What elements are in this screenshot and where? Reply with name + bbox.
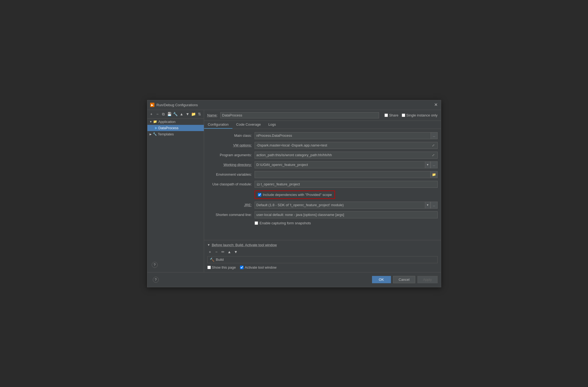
before-launch-remove-button[interactable]: − <box>214 249 219 255</box>
tab-logs[interactable]: Logs <box>265 121 280 129</box>
vm-options-expand-button[interactable]: ⤢ <box>431 143 436 148</box>
shorten-cmd-input-group: user-local default: none - java [options… <box>255 211 438 218</box>
before-launch-header-text: Before launch: Build, Activate tool wind… <box>212 243 277 247</box>
working-dir-label: Working directory: <box>207 163 252 167</box>
classpath-dropdown[interactable]: 🗂 t_openrc_feature_project <box>255 181 438 188</box>
jre-row: JRE: Default (1.8 - SDK of 't_openrc_fea… <box>207 202 438 209</box>
copy-config-button[interactable]: ⧉ <box>161 111 166 117</box>
run-icon: ▶ <box>155 126 157 130</box>
before-launch-down-button[interactable]: ▼ <box>233 249 239 255</box>
templates-wrench-icon: 🔧 <box>153 132 157 136</box>
name-bar: Name: Share Single instance only <box>204 110 441 121</box>
help-button[interactable]: ? <box>152 262 158 268</box>
build-icon: 🔨 <box>210 258 214 262</box>
before-launch-add-button[interactable]: + <box>207 249 213 255</box>
tab-code-coverage[interactable]: Code Coverage <box>232 121 265 129</box>
working-dir-input[interactable] <box>255 161 425 168</box>
templates-label: Templates <box>158 132 174 136</box>
left-panel-inner: + − ⧉ 💾 🔧 ▲ ▼ 📁 ⇅ ▼ 📁 Application <box>147 110 204 272</box>
share-label: Share <box>389 113 398 117</box>
jre-dropdown[interactable]: Default (1.8 - SDK of 't_openrc_feature_… <box>255 202 425 209</box>
folder-button[interactable]: 📁 <box>191 111 196 117</box>
include-deps-checkbox[interactable] <box>258 193 261 196</box>
before-launch-edit-button[interactable]: ✏ <box>220 249 226 255</box>
working-dir-browse-button[interactable]: ... <box>431 161 438 168</box>
main-class-input[interactable] <box>255 132 431 139</box>
move-up-button[interactable]: ▲ <box>179 111 184 117</box>
before-launch-toolbar: + − ✏ ▲ ▼ <box>207 249 438 255</box>
jre-browse-button[interactable]: ... <box>431 202 438 209</box>
single-instance-checkbox[interactable] <box>402 114 405 117</box>
form-snapshots-label: Enable capturing form snapshots <box>260 221 311 225</box>
move-down-button[interactable]: ▼ <box>185 111 190 117</box>
dataprocess-label: DataProcess <box>158 126 178 130</box>
activate-window-checkbox[interactable] <box>240 266 244 269</box>
apply-button[interactable]: Apply <box>417 276 438 283</box>
shorten-cmd-dropdown[interactable]: user-local default: none - java [options… <box>255 211 438 218</box>
shorten-cmd-label: Shorten command line: <box>207 213 252 217</box>
cancel-button[interactable]: Cancel <box>393 276 415 283</box>
env-vars-input[interactable] <box>255 171 431 178</box>
form-snapshots-checkbox[interactable] <box>255 221 258 225</box>
add-config-button[interactable]: + <box>149 111 154 117</box>
jre-label: JRE: <box>207 203 252 207</box>
left-panel-spacer <box>147 137 204 258</box>
save-config-button[interactable]: 💾 <box>167 111 172 117</box>
sidebar-item-dataprocess[interactable]: ▶ DataProcess <box>147 125 204 131</box>
tab-configuration[interactable]: Configuration <box>204 121 232 129</box>
jre-dropdown-arrow-button[interactable]: ▼ <box>425 202 431 209</box>
single-instance-checkbox-label[interactable]: Single instance only <box>402 113 438 117</box>
share-checkbox-label[interactable]: Share <box>384 113 398 117</box>
left-toolbar: + − ⧉ 💾 🔧 ▲ ▼ 📁 ⇅ <box>147 110 204 119</box>
program-args-label: Program arguments: <box>207 153 252 157</box>
run-debug-dialog: ▶ Run/Debug Configurations ✕ + − ⧉ 💾 🔧 ▲… <box>147 100 441 287</box>
close-button[interactable]: ✕ <box>434 103 438 107</box>
share-checkbox[interactable] <box>384 114 388 117</box>
main-class-browse-button[interactable]: ... <box>431 132 438 139</box>
show-page-checkbox[interactable] <box>207 266 211 269</box>
title-bar-left: ▶ Run/Debug Configurations <box>150 103 198 107</box>
before-launch-up-button[interactable]: ▲ <box>227 249 232 255</box>
left-panel: + − ⧉ 💾 🔧 ▲ ▼ 📁 ⇅ ▼ 📁 Application <box>147 110 204 272</box>
program-args-value: action_path:this/is/wront category_path:… <box>256 153 431 157</box>
footer-help-button[interactable]: ? <box>153 277 159 283</box>
env-vars-row: Environment variables: 📁 <box>207 171 438 178</box>
remove-config-button[interactable]: − <box>155 111 160 117</box>
before-launch-build-item: 🔨 Build <box>207 256 438 263</box>
show-page-label: Show this page <box>212 265 236 269</box>
application-label: Application <box>158 120 175 124</box>
config-content: Main class: ... VM options: -Dspark.mast… <box>204 129 441 240</box>
vm-options-row: VM options: -Dspark.master=local -Dspark… <box>207 142 438 149</box>
app-icon: ▶ <box>150 103 154 107</box>
single-instance-label: Single instance only <box>406 113 438 117</box>
left-help-area: ? <box>147 258 204 272</box>
wrench-button[interactable]: 🔧 <box>173 111 178 117</box>
activate-window-checkbox-label[interactable]: Activate tool window <box>240 265 276 269</box>
main-content: + − ⧉ 💾 🔧 ▲ ▼ 📁 ⇅ ▼ 📁 Application <box>147 110 441 272</box>
env-vars-browse-button[interactable]: 📁 <box>431 171 438 178</box>
env-vars-label: Environment variables: <box>207 172 252 176</box>
classpath-row: Use classpath of module: 🗂 t_openrc_feat… <box>207 181 438 188</box>
dialog-footer: ? OK Cancel Apply <box>147 272 441 287</box>
ok-button[interactable]: OK <box>372 276 391 283</box>
right-panel: Name: Share Single instance only Confi <box>204 110 441 272</box>
name-input[interactable] <box>220 112 379 118</box>
program-args-row: Program arguments: action_path:this/is/w… <box>207 152 438 159</box>
form-snapshots-row: Enable capturing form snapshots <box>255 221 438 225</box>
vm-options-value: -Dspark.master=local -Dspark.app.name=te… <box>256 143 431 147</box>
show-page-checkbox-label[interactable]: Show this page <box>207 265 236 269</box>
program-args-expand-button[interactable]: ⤢ <box>431 153 436 158</box>
tabs-bar: Configuration Code Coverage Logs <box>204 121 441 129</box>
sidebar-item-application[interactable]: ▼ 📁 Application <box>147 119 204 125</box>
name-label: Name: <box>207 113 218 117</box>
folder-icon: 📁 <box>153 120 157 124</box>
working-dir-row: Working directory: ▼ ... <box>207 161 438 168</box>
working-dir-dropdown-button[interactable]: ▼ <box>425 161 431 168</box>
include-deps-label: Include dependencies with "Provided" sco… <box>263 193 332 197</box>
main-class-row: Main class: ... <box>207 132 438 139</box>
sort-button[interactable]: ⇅ <box>197 111 202 117</box>
sidebar-item-templates[interactable]: ▶ 🔧 Templates <box>147 131 204 137</box>
activate-window-label: Activate tool window <box>245 265 276 269</box>
expand-arrow-before-launch-icon: ▼ <box>207 243 210 246</box>
footer-buttons: OK Cancel Apply <box>372 276 438 283</box>
